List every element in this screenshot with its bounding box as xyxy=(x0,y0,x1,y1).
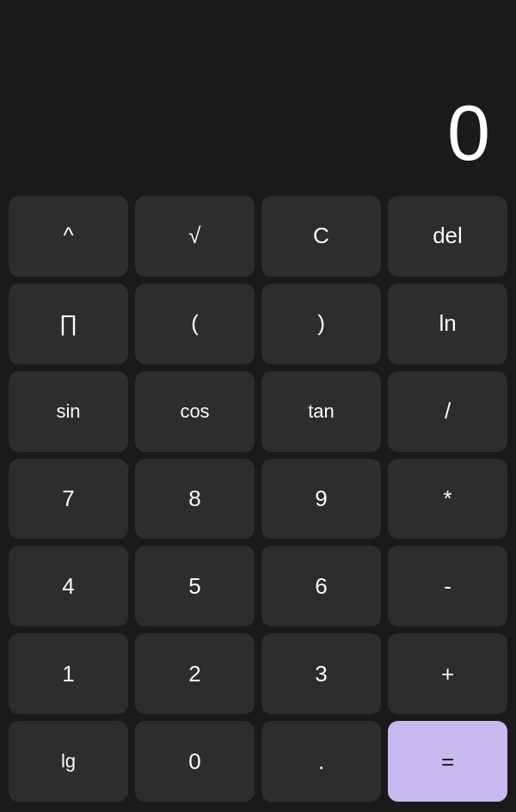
btn-0[interactable]: 0 xyxy=(135,721,255,802)
btn-divide[interactable]: / xyxy=(388,371,507,452)
btn-dot[interactable]: . xyxy=(261,721,381,802)
btn-power[interactable]: ^ xyxy=(9,196,128,277)
btn-7[interactable]: 7 xyxy=(9,459,128,540)
btn-8[interactable]: 8 xyxy=(135,459,255,540)
btn-add[interactable]: + xyxy=(388,633,507,714)
btn-sqrt[interactable]: √ xyxy=(135,196,255,277)
btn-close-paren[interactable]: ) xyxy=(261,284,381,364)
btn-multiply[interactable]: * xyxy=(388,459,507,540)
btn-6[interactable]: 6 xyxy=(261,546,381,626)
btn-2[interactable]: 2 xyxy=(135,633,255,714)
btn-ln[interactable]: ln xyxy=(388,284,507,364)
btn-clear[interactable]: C xyxy=(261,196,381,277)
btn-3[interactable]: 3 xyxy=(261,633,381,714)
btn-sin[interactable]: sin xyxy=(9,371,128,452)
btn-subtract[interactable]: - xyxy=(388,546,507,626)
btn-open-paren[interactable]: ( xyxy=(135,284,255,364)
btn-4[interactable]: 4 xyxy=(9,546,128,626)
btn-cos[interactable]: cos xyxy=(135,371,255,452)
keypad-area: ^√Cdel∏()lnsincostan/789*456-123+lg0.= xyxy=(0,189,516,812)
btn-equals[interactable]: = xyxy=(388,721,507,802)
display-value: 0 xyxy=(447,95,490,172)
btn-pi[interactable]: ∏ xyxy=(9,284,128,364)
btn-lg[interactable]: lg xyxy=(9,721,128,802)
btn-del[interactable]: del xyxy=(388,196,507,277)
btn-1[interactable]: 1 xyxy=(9,633,128,714)
btn-9[interactable]: 9 xyxy=(261,459,381,540)
btn-5[interactable]: 5 xyxy=(135,546,255,626)
display-area: 0 xyxy=(0,0,516,189)
btn-tan[interactable]: tan xyxy=(261,371,381,452)
